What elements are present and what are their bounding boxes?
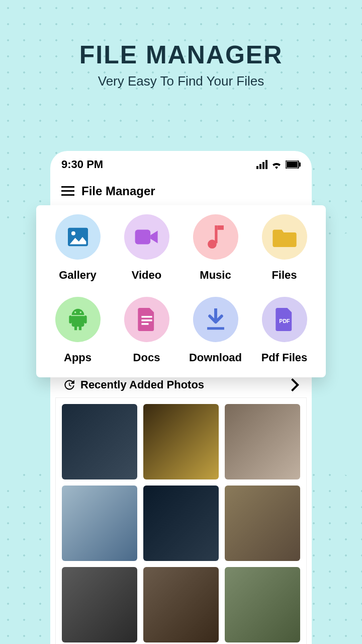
svg-rect-8: [61, 190, 74, 192]
category-label: Files: [272, 269, 297, 282]
promo-hero: FILE MANAGER Very Easy To Find Your File…: [0, 0, 362, 89]
svg-rect-12: [135, 230, 150, 245]
category-label: Music: [200, 269, 231, 282]
category-label: Docs: [133, 351, 160, 364]
svg-rect-19: [141, 323, 148, 325]
category-label: Video: [132, 269, 162, 282]
app-title: File Manager: [81, 184, 155, 198]
category-label: Apps: [64, 351, 92, 364]
svg-rect-0: [256, 166, 258, 169]
video-icon: [124, 214, 169, 260]
history-icon: [62, 378, 75, 391]
photo-thumbnail[interactable]: [143, 486, 219, 561]
doc-icon: [124, 297, 169, 342]
svg-rect-20: [207, 327, 224, 330]
svg-rect-1: [259, 164, 261, 169]
folder-icon: [262, 214, 307, 260]
photo-thumbnail[interactable]: [62, 486, 137, 561]
android-icon: [55, 297, 101, 342]
signal-icon: [256, 160, 267, 169]
svg-point-15: [74, 311, 76, 313]
category-card: Gallery Video Music Files Apps Docs Down…: [36, 205, 326, 377]
download-icon: [193, 297, 238, 342]
svg-rect-6: [299, 163, 301, 167]
svg-rect-3: [265, 160, 267, 169]
svg-rect-14: [215, 225, 217, 243]
status-bar: 9:30 PM: [50, 151, 312, 175]
chevron-right-icon: [291, 378, 300, 391]
battery-icon: [286, 160, 301, 169]
svg-text:PDF: PDF: [279, 318, 290, 324]
category-item-image[interactable]: Gallery: [43, 214, 112, 282]
app-bar: File Manager: [50, 175, 312, 205]
category-label: Gallery: [59, 269, 97, 282]
hero-title: FILE MANAGER: [0, 40, 362, 69]
recent-title: Recently Added Photos: [80, 378, 286, 391]
status-indicators: [256, 160, 301, 169]
hero-subtitle: Very Easy To Find Your Files: [0, 73, 362, 89]
svg-rect-5: [287, 162, 298, 168]
photo-thumbnail[interactable]: [62, 567, 137, 642]
category-item-folder[interactable]: Files: [250, 214, 319, 282]
image-icon: [55, 214, 101, 260]
category-item-pdf[interactable]: PDF Pdf Files: [250, 297, 319, 364]
category-item-download[interactable]: Download: [181, 297, 250, 364]
photo-thumbnail[interactable]: [62, 404, 137, 479]
category-label: Download: [189, 351, 242, 364]
svg-rect-18: [141, 319, 152, 321]
pdf-icon: PDF: [262, 297, 307, 342]
photo-grid-container: [55, 397, 307, 644]
svg-rect-17: [141, 316, 152, 318]
photo-thumbnail[interactable]: [143, 567, 219, 642]
photo-thumbnail[interactable]: [225, 486, 300, 561]
category-item-doc[interactable]: Docs: [112, 297, 181, 364]
photo-thumbnail[interactable]: [143, 404, 219, 479]
svg-point-16: [79, 311, 81, 313]
wifi-icon: [270, 160, 283, 169]
status-time: 9:30 PM: [61, 158, 103, 171]
svg-rect-2: [262, 162, 264, 169]
svg-rect-9: [61, 194, 74, 196]
music-icon: [193, 214, 238, 260]
category-item-video[interactable]: Video: [112, 214, 181, 282]
category-item-android[interactable]: Apps: [43, 297, 112, 364]
photo-thumbnail[interactable]: [225, 404, 300, 479]
photo-thumbnail[interactable]: [225, 567, 300, 642]
category-label: Pdf Files: [261, 351, 308, 364]
hamburger-icon[interactable]: [61, 186, 74, 196]
category-item-music[interactable]: Music: [181, 214, 250, 282]
svg-rect-7: [61, 186, 74, 188]
svg-point-11: [71, 231, 75, 235]
